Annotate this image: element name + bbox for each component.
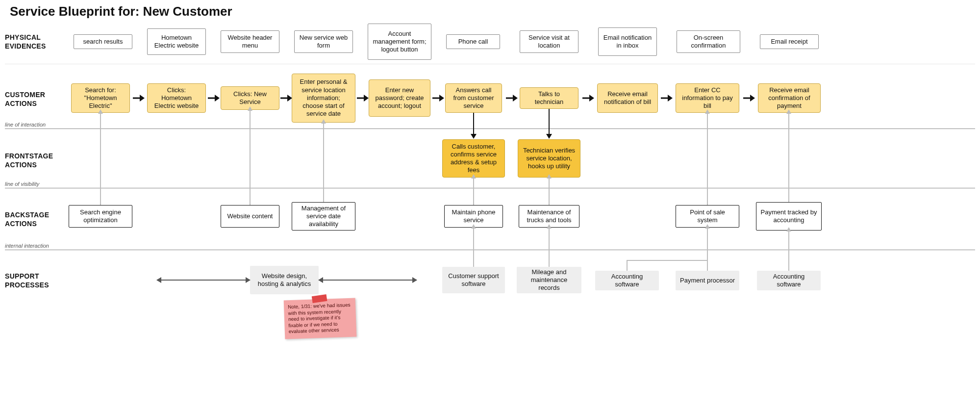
cust-6: Talks to technician: [520, 87, 578, 109]
cust-8: Enter CC information to pay bill: [676, 83, 739, 113]
arrow-down-head-icon: [471, 134, 477, 139]
connector-line: [788, 231, 789, 271]
supp-5: Customer support software: [442, 267, 505, 293]
svg-marker-9: [439, 95, 444, 102]
svg-marker-7: [364, 95, 369, 102]
connector-line: [473, 228, 474, 267]
phys-4: Account management form; logout button: [368, 24, 431, 60]
svg-marker-15: [668, 95, 673, 102]
supp-8: Payment processor: [676, 271, 739, 290]
back-9: Payment tracked by accounting: [756, 202, 822, 231]
connector-line: [788, 113, 789, 202]
svg-marker-11: [513, 95, 518, 102]
arrow-right-icon: [432, 94, 444, 103]
cust-0: Search for: "Hometown Electric": [71, 83, 130, 113]
line-of-visibility: [5, 188, 975, 188]
supp-web: Website design, hosting & analytics: [250, 266, 319, 294]
sticky-note[interactable]: Note, 1/31: we've had issues with this s…: [284, 298, 357, 339]
connector-line: [549, 178, 550, 205]
line-label-internal: internal interaction: [5, 243, 49, 249]
front-0: Calls customer, confirms service address…: [442, 139, 505, 178]
phys-1: Hometown Electric website: [147, 28, 206, 55]
supp-7: Accounting software: [595, 271, 659, 290]
arrow-right-icon: [208, 94, 220, 103]
connector-line: [707, 113, 708, 205]
connector-line: [100, 113, 101, 205]
phys-7: Email notification in inbox: [598, 27, 657, 56]
phys-9: Email receipt: [760, 34, 819, 49]
arrow-up-head-icon: [471, 174, 476, 179]
arrow-up-head-icon: [547, 174, 552, 179]
connector-line: [627, 260, 707, 261]
phys-6: Service visit at location: [520, 30, 578, 53]
arrow-down-icon: [473, 113, 474, 134]
connector-line: [473, 178, 474, 205]
supp-6: Mileage and maintenance records: [517, 267, 581, 293]
row-label-frontstage: FRONTSTAGE ACTIONS: [5, 152, 53, 169]
back-2: Website content: [221, 205, 279, 228]
span-arrow-left: [157, 280, 250, 281]
service-blueprint: { "title": "Service Blueprint for: New C…: [0, 0, 980, 411]
connector-line: [323, 123, 324, 202]
arrow-right-icon: [661, 94, 673, 103]
svg-marker-1: [140, 95, 145, 102]
line-internal-interaction: [5, 250, 975, 250]
arrow-right-icon: [280, 94, 292, 103]
arrow-right-icon: [357, 94, 369, 103]
front-1: Technician verifies service location, ho…: [518, 139, 580, 178]
arrow-up-head-icon: [786, 227, 791, 231]
arrow-down-icon: [549, 109, 550, 134]
divider-top: [5, 64, 975, 64]
arrow-up-head-icon: [98, 109, 103, 114]
phys-5: Phone call: [446, 34, 500, 49]
cust-5: Answers call from customer service: [445, 83, 502, 113]
arrow-up-head-icon: [786, 109, 791, 114]
line-of-interaction: [5, 128, 975, 129]
line-label-interaction: line of interaction: [5, 122, 46, 128]
phys-3: New service web form: [294, 30, 353, 53]
arrow-up-head-icon: [471, 224, 476, 229]
phys-0: search results: [74, 34, 132, 49]
connector-line: [707, 228, 708, 271]
connector-line: [250, 110, 251, 205]
arrow-up-head-icon: [705, 109, 710, 114]
span-arrow-right: [319, 280, 417, 281]
svg-marker-13: [589, 95, 594, 102]
arrow-up-head-icon: [321, 119, 326, 124]
cust-1: Clicks: Hometown Electric website: [147, 83, 206, 113]
supp-9: Accounting software: [757, 271, 821, 290]
phys-8: On-screen confirmation: [677, 30, 740, 53]
arrow-up-head-icon: [547, 224, 552, 229]
arrow-right-icon: [743, 94, 755, 103]
arrow-up-head-icon: [248, 106, 252, 111]
svg-marker-3: [215, 95, 220, 102]
page-title: Service Blueprint for: New Customer: [10, 4, 232, 19]
connector-line: [627, 260, 628, 271]
arrow-up-head-icon: [705, 224, 710, 229]
svg-marker-17: [750, 95, 755, 102]
cust-3: Enter personal & service location inform…: [292, 74, 355, 123]
arrow-right-icon: [506, 94, 518, 103]
cust-4: Enter new password; create account; logo…: [369, 79, 430, 117]
arrow-right-icon: [133, 94, 145, 103]
svg-marker-5: [287, 95, 292, 102]
row-label-backstage: BACKSTAGE ACTIONS: [5, 211, 49, 228]
arrow-down-head-icon: [546, 134, 552, 139]
arrow-right-icon: [582, 94, 594, 103]
cust-9: Receive email confirmation of payment: [758, 83, 821, 113]
phys-2: Website header menu: [221, 30, 279, 53]
back-3: Management of service date availability: [292, 202, 355, 231]
cust-7: Receive email notification of bill: [597, 83, 658, 113]
row-label-physical: PHYSICAL EVIDENCES: [5, 33, 46, 51]
back-0: Search engine optimization: [69, 205, 132, 228]
row-label-support: SUPPORT PROCESSES: [5, 272, 49, 289]
connector-line: [549, 228, 550, 267]
row-label-customer: CUSTOMER ACTIONS: [5, 91, 45, 108]
line-label-visibility: line of visibility: [5, 181, 39, 187]
